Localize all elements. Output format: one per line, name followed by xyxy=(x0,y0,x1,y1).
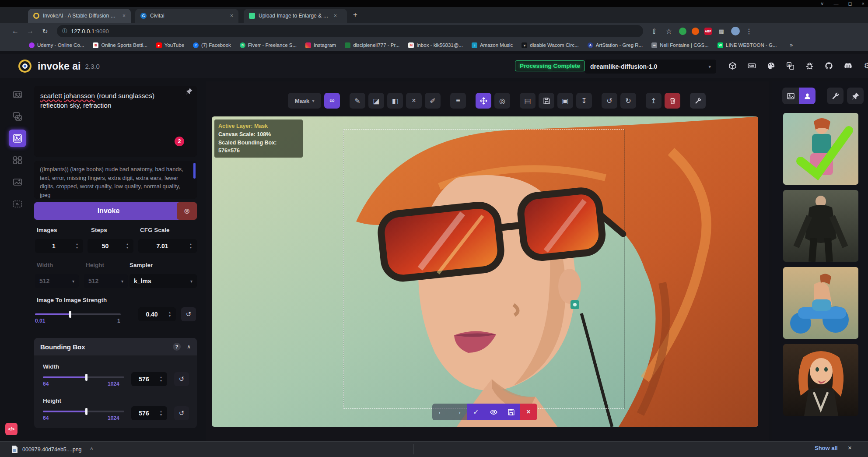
stepper-icons[interactable]: ▴▾ xyxy=(157,410,165,417)
bounding-box-header[interactable]: Bounding Box ? ∧ xyxy=(34,338,197,355)
previous-image-button[interactable]: ← xyxy=(432,404,450,420)
tab-post-processing[interactable] xyxy=(9,173,26,191)
gallery-thumbnail-2[interactable] xyxy=(783,190,858,262)
reload-icon[interactable]: ↻ xyxy=(38,27,52,35)
hotkeys-keyboard-icon[interactable] xyxy=(746,60,757,71)
i2i-strength-slider[interactable] xyxy=(35,313,121,315)
stepper-icons[interactable]: ▴▾ xyxy=(123,243,132,250)
brush-options-button[interactable]: ≡ xyxy=(450,93,466,109)
stepper-icons[interactable]: ▴▾ xyxy=(186,243,195,250)
download-caret-icon[interactable]: ^ xyxy=(91,446,93,453)
copy-to-clipboard-button[interactable]: ▣ xyxy=(557,93,573,109)
save-staging-button[interactable] xyxy=(502,404,520,420)
prompt-textarea[interactable]: scarlett johansson (round sunglasses)ref… xyxy=(34,86,197,157)
bookmark-wacom[interactable]: vdisable Wacom Circ... xyxy=(522,42,578,48)
extension-icon-orange[interactable] xyxy=(692,28,699,35)
mask-options-button[interactable]: ∞ xyxy=(324,93,340,109)
window-menu-icon[interactable]: ∨ xyxy=(820,1,824,7)
bookmark-instagram[interactable]: Instagram xyxy=(305,42,336,48)
accept-image-button[interactable]: ✓ xyxy=(467,404,485,420)
tab-civitai[interactable]: C Civitai × xyxy=(135,9,238,23)
bookmarks-overflow-icon[interactable]: » xyxy=(790,42,793,48)
tab-close-icon[interactable]: × xyxy=(230,13,233,19)
bounding-box-selection[interactable] xyxy=(343,129,624,409)
gallery-settings-button[interactable] xyxy=(827,88,844,104)
clear-canvas-button[interactable] xyxy=(665,93,680,109)
images-input[interactable]: 1 ▴▾ xyxy=(35,239,83,253)
sampler-select[interactable]: k_lms▾ xyxy=(130,274,197,288)
tab-upload-image[interactable]: Upload Image to Enlarge & Enla × xyxy=(244,9,347,23)
theme-palette-icon[interactable] xyxy=(766,60,776,71)
i2i-strength-input[interactable]: 0.40 ▴▾ xyxy=(138,307,176,321)
pin-panel-icon[interactable] xyxy=(186,88,193,97)
gallery-thumbnail-1-selected[interactable] xyxy=(783,113,858,185)
window-minimize-icon[interactable]: — xyxy=(833,1,838,7)
bbox-height-slider[interactable] xyxy=(43,411,124,412)
collapse-chevron-icon[interactable]: ∧ xyxy=(187,344,191,350)
height-select[interactable]: 512▾ xyxy=(84,274,128,288)
reset-view-button[interactable]: ◎ xyxy=(494,93,510,109)
bbox-width-slider[interactable] xyxy=(43,376,124,378)
negative-prompt-scrollbar[interactable] xyxy=(193,163,196,179)
bbox-height-reset-button[interactable]: ↺ xyxy=(174,406,189,420)
show-all-downloads-link[interactable]: Show all xyxy=(815,445,838,451)
gallery-results-tab[interactable] xyxy=(799,88,816,104)
address-bar[interactable]: ⓘ 127.0.0.1:9090 xyxy=(57,25,643,37)
i2i-reset-button[interactable]: ↺ xyxy=(181,307,196,321)
gallery-images-tab[interactable] xyxy=(782,88,799,104)
steps-input[interactable]: 50 ▴▾ xyxy=(88,239,133,253)
gallery-thumbnail-3[interactable] xyxy=(783,267,858,339)
tab-nodes[interactable] xyxy=(9,151,26,169)
discord-icon[interactable] xyxy=(843,60,853,71)
bookmark-neil-fontaine[interactable]: ∞Neil Fontaine | CGS... xyxy=(651,42,709,48)
brush-tool-button[interactable]: ✎ xyxy=(350,93,365,109)
invoke-button[interactable]: Invoke xyxy=(34,202,183,220)
cfg-scale-input[interactable]: 7.01 ▴▾ xyxy=(138,239,197,253)
negative-prompt-textarea[interactable]: ((implants)) (large boobs) nude bad anat… xyxy=(34,161,197,199)
redo-button[interactable]: ↻ xyxy=(620,93,636,109)
browser-menu-icon[interactable]: ⋮ xyxy=(745,27,753,35)
tab-invokeai[interactable]: InvokeAI - A Stable Diffusion Too × xyxy=(28,9,131,23)
bookmark-webtoon[interactable]: WLINE WEBTOON - G... xyxy=(718,42,777,48)
toggle-preview-button[interactable] xyxy=(485,404,502,420)
erase-bounding-box-button[interactable]: × xyxy=(406,93,422,109)
bookmark-star-icon[interactable]: ☆ xyxy=(664,27,674,35)
bookmark-udemy[interactable]: Udemy - Online Co... xyxy=(29,42,84,48)
canvas-settings-button[interactable] xyxy=(690,93,706,109)
save-to-gallery-button[interactable] xyxy=(539,93,554,109)
bookmark-amazon-music[interactable]: ♪Amazon Music xyxy=(472,42,513,48)
tab-image-to-image[interactable] xyxy=(9,108,26,125)
window-maximize-icon[interactable]: ◻ xyxy=(848,1,852,7)
bug-report-icon[interactable] xyxy=(804,60,815,71)
layer-select[interactable]: Mask▾ xyxy=(288,93,321,109)
tab-training[interactable] xyxy=(9,195,26,213)
upload-button[interactable]: ↥ xyxy=(646,93,662,109)
download-item[interactable]: 000979.40d74eb5....png ^ xyxy=(11,446,93,453)
settings-gear-icon[interactable]: ⚙ xyxy=(862,60,868,71)
window-close-icon[interactable]: × xyxy=(862,1,864,7)
width-select[interactable]: 512▾ xyxy=(35,274,79,288)
undo-button[interactable]: ↺ xyxy=(602,93,617,109)
tab-text-to-image[interactable] xyxy=(9,86,26,103)
next-image-button[interactable]: → xyxy=(450,404,467,420)
github-icon[interactable] xyxy=(823,60,834,71)
download-image-button[interactable]: ↧ xyxy=(576,93,592,109)
downloads-close-icon[interactable]: × xyxy=(848,444,852,451)
merge-visible-button[interactable]: ▤ xyxy=(520,93,536,109)
bbox-height-input[interactable]: 576 ▴▾ xyxy=(131,406,167,420)
back-icon[interactable]: ← xyxy=(8,27,23,35)
tab-close-icon[interactable]: × xyxy=(334,13,337,19)
stepper-icons[interactable]: ▴▾ xyxy=(157,376,165,383)
bookmark-discipleneil[interactable]: discipleneil777 - Pr... xyxy=(345,42,399,48)
adblock-extension-icon[interactable]: ABP xyxy=(704,28,712,35)
bookmark-fiverr[interactable]: fiFiverr - Freelance S... xyxy=(240,42,297,48)
new-tab-button[interactable]: + xyxy=(353,11,357,19)
profile-avatar[interactable] xyxy=(731,27,740,35)
model-manager-cube-icon[interactable] xyxy=(727,60,738,71)
tab-unified-canvas[interactable] xyxy=(9,130,26,147)
stepper-icons[interactable]: ▴▾ xyxy=(73,243,81,250)
bookmark-artstation[interactable]: AArtStation - Greg R... xyxy=(588,42,643,48)
gallery-pin-button[interactable] xyxy=(847,88,864,104)
extension-icon-green[interactable] xyxy=(679,28,686,35)
tab-close-icon[interactable]: × xyxy=(122,13,126,19)
